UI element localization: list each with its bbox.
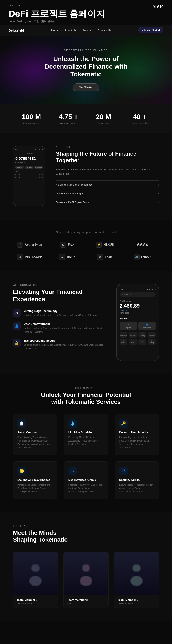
service-security: 🛡 Security Audits Ensuring Robust Protec…: [115, 461, 159, 499]
accordion-item-1[interactable]: Vision and Mission of Tokematic ›: [56, 180, 159, 189]
phone2-grid-transfer[interactable]: ↗Transfer: [148, 332, 156, 338]
why-item-desc-1: Leading the Way with Innovation, Securit…: [24, 314, 97, 317]
security-icon: 🛡: [119, 467, 128, 475]
accordion-item-2[interactable]: Tokematic's Advantages ›: [56, 189, 159, 198]
partners-grid: ⬡ AetherSwap ◻ Frax ⚡ NEXUS AAVE ◈ INSTA…: [13, 242, 159, 260]
nav-service[interactable]: Service: [82, 29, 91, 32]
why-item-desc-3: Building Trust through Clear Operations,…: [24, 343, 105, 350]
stat-downloads: 100 M App downloads: [22, 113, 41, 124]
phone2-balance: 2,460.89: [119, 303, 156, 309]
partner-nexus: ⚡ NEXUS: [88, 242, 121, 248]
accordion-label-2: Tokematic's Advantages: [56, 192, 83, 195]
instaapp-icon: ◈: [17, 254, 23, 260]
partner-thala: ✳ Thala: [88, 254, 121, 260]
phone2-grid-swap[interactable]: ↺Swap: [138, 339, 146, 345]
nav-about[interactable]: About Us: [65, 29, 76, 32]
phone2-grid-withdraw[interactable]: ⇄Withdraw: [119, 332, 127, 338]
phone-withdraw-btn[interactable]: Withdraw: [25, 166, 33, 169]
stat-value-users: 20 M: [96, 113, 111, 121]
nvp-badge: NVP: [152, 4, 163, 9]
team-section: OUR TEAM Meet the MindsShaping Tokematic…: [0, 512, 172, 621]
phone-screen-2: 9:41 ▲▲ WiFi ■ # tokematic Total Balance…: [116, 284, 159, 361]
phone-token: Ethereum: [25, 152, 33, 154]
phone2-search[interactable]: # tokematic: [119, 292, 156, 297]
chevron-right-icon-1: ›: [158, 183, 159, 186]
why-item-title-1: Cutting-Edge Technology: [24, 309, 97, 312]
frax-label: Frax: [68, 243, 74, 246]
phone-deposit-btn[interactable]: Deposit: [16, 166, 24, 169]
svg-point-2: [32, 564, 39, 572]
partner-aetherswap: ⬡ AetherSwap: [13, 242, 46, 248]
why-item-desc-2: Putting Control in Your Hands with Trans…: [24, 326, 105, 334]
phone-signal: ▲▲▲ WiFi ■: [33, 149, 43, 150]
instaapp-label: INSTAΔAPP: [25, 255, 42, 259]
partners-section: Supported by many companies around the w…: [0, 220, 172, 271]
service-desc-5: Facilitating Trustworthy Data Feeds for …: [68, 483, 104, 494]
team-photo-3: [114, 552, 159, 595]
phone-tx-1: 0.1 ETH -1.174.63: [16, 173, 43, 176]
ronin-label: Ronin: [67, 255, 75, 259]
phone2-grid-exchange[interactable]: ↕Exchange: [129, 332, 137, 338]
stat-integrations: 40 + Finance integrations: [129, 113, 150, 124]
team-role-1: CEO & Founder: [17, 602, 55, 605]
phone2-grid-balance[interactable]: ◎Balance: [119, 339, 127, 345]
accordion-item-3[interactable]: Tokematic DeFi Expert Team ›: [56, 198, 159, 207]
why-item-title-2: User Empowerment: [24, 322, 105, 326]
phone2-grid-staking[interactable]: ⊕Staking: [138, 332, 146, 338]
stat-label-integrations: Finance integrations: [129, 122, 150, 124]
phone2-new-clients-label: New Clients: [143, 327, 151, 328]
phone2-usd: 5.678 63234 →: [119, 312, 156, 314]
service-title-2: Liquidity Provision: [68, 431, 104, 434]
nexus-label: NEXUS: [103, 243, 114, 246]
hero-cta-button[interactable]: Get Started: [73, 83, 99, 91]
phone-mockup-1: 9:41 ▲▲▲ WiFi ■ ← Ethereum ⋮ 0.07654631 …: [13, 146, 45, 206]
team-name-1: Team Member 1: [17, 598, 55, 602]
new-clients-icon: 👤: [145, 323, 149, 326]
partners-title: Supported by many companies around the w…: [13, 230, 159, 234]
services-tag: OUR SERVICES: [13, 387, 159, 390]
phone2-grid-settings[interactable]: ⚙Settings: [148, 339, 156, 345]
hero-title: Unleash the Power of Decentralized Finan…: [41, 55, 131, 78]
nav-cta-button[interactable]: ● Make Started: [138, 27, 163, 33]
phone2-grid: ⇄Withdraw ↕Exchange ⊕Staking ↗Transfer ◎…: [119, 332, 156, 345]
team-name-2: Team Member 2: [67, 598, 105, 602]
oracle-icon: ✕: [68, 467, 77, 475]
svg-point-11: [131, 576, 142, 586]
nav-home[interactable]: Home: [51, 29, 59, 32]
nav-logo: DeltaYield: [9, 28, 24, 32]
team-photo-1: [13, 552, 58, 595]
team-info-1: Team Member 1 CEO & Founder: [13, 595, 58, 608]
phone2-deposit-btn[interactable]: ⬇ Deposit: [119, 322, 137, 330]
service-title-1: Smart Contract: [18, 431, 53, 434]
team-card-1: Team Member 1 CEO & Founder: [13, 552, 58, 608]
tech-icon: ⚙: [13, 309, 21, 317]
page-subtitle: Logo, Design, Web, 지갑 연동, 반응형: [9, 20, 163, 24]
stat-value-integrations: 40 +: [129, 113, 150, 121]
services-section: OUR SERVICES Unlock Your Financial Poten…: [0, 374, 172, 512]
phone-exchange-btn[interactable]: Exchange: [34, 166, 43, 169]
nav-contact[interactable]: Contact Us: [98, 29, 111, 32]
ronin-icon: 🛡: [59, 254, 65, 260]
chevron-right-icon-2: ›: [158, 192, 159, 195]
services-grid: 📋 Smart Contract Revolutionizing Transac…: [13, 414, 159, 499]
phone2-grid-history[interactable]: ≡History: [129, 339, 137, 345]
service-desc-1: Revolutionizing Transactions with Immuta…: [18, 436, 53, 450]
team-card-2: Team Member 2 CTO: [63, 552, 109, 608]
phone-top-bar: 9:41 ▲▲▲ WiFi ■: [16, 149, 43, 150]
service-title-6: Security Audits: [119, 478, 154, 482]
hero-section: DECENTRALIZED FINANCE Unleash the Power …: [0, 36, 172, 104]
phone2-new-clients-btn[interactable]: 👤 New Clients: [138, 322, 156, 330]
lock-icon: 🔒: [13, 339, 21, 347]
thala-label: Thala: [105, 255, 113, 259]
why-section: WHY CHOOSE US Elevating Your Financial E…: [0, 271, 172, 374]
svg-point-3: [30, 576, 41, 586]
service-title-4: Staking and Governance: [18, 478, 53, 482]
staking-icon: 🪙: [18, 467, 26, 475]
why-item-title-3: Transparent and Secure: [24, 339, 105, 342]
accordion-label-3: Tokematic DeFi Expert Team: [56, 201, 89, 204]
brand-label: DeltaYield: [0, 0, 172, 8]
service-desc-3: Empowering Users with Self-Sovereign Ide…: [119, 436, 154, 450]
team-grid: Team Member 1 CEO & Founder Team Member …: [13, 552, 159, 608]
svg-point-7: [80, 576, 92, 586]
identity-icon: 🔑: [119, 419, 128, 428]
